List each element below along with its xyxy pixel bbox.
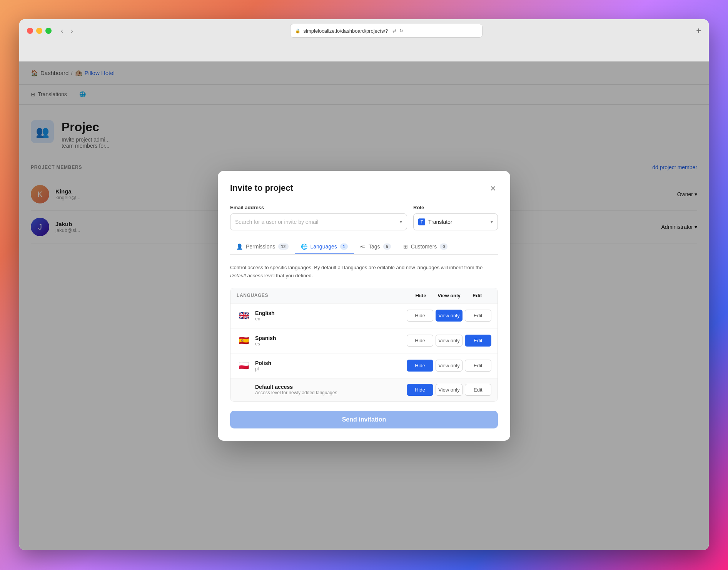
form-row: Email address Search for a user or invit… xyxy=(230,205,498,230)
info-text-suffix: level that you defined. xyxy=(264,273,313,278)
hide-btn-polish[interactable]: Hide xyxy=(407,360,433,372)
view-btn-english[interactable]: View only xyxy=(436,310,462,322)
modal-tabs: 👤 Permissions 12 🌐 Languages 1 🏷 Tags 5 xyxy=(230,240,498,255)
email-select[interactable]: Search for a user or invite by email ▾ xyxy=(230,213,407,230)
email-label: Email address xyxy=(230,205,407,210)
default-access-actions: Hide View only Edit xyxy=(407,384,491,396)
hide-btn-default[interactable]: Hide xyxy=(407,384,433,396)
tab-tags-badge: 5 xyxy=(383,243,391,250)
browser-titlebar: ‹ › 🔒 simplelocalize.io/dashboard/projec… xyxy=(19,19,709,42)
refresh-icon: ↻ xyxy=(399,28,403,33)
browser-window: ‹ › 🔒 simplelocalize.io/dashboard/projec… xyxy=(19,19,709,550)
lang-info-english: English en xyxy=(255,310,407,322)
close-modal-button[interactable]: ✕ xyxy=(488,183,498,194)
traffic-lights xyxy=(27,28,52,34)
modal-overlay: Invite to project ✕ Email address Search… xyxy=(19,62,709,550)
email-placeholder: Search for a user or invite by email xyxy=(235,219,318,225)
lang-name-english: English xyxy=(255,310,407,316)
edit-col-header: Edit xyxy=(463,293,491,298)
back-button[interactable]: ‹ xyxy=(58,25,66,37)
lang-name-spanish: Spanish xyxy=(255,335,407,341)
edit-btn-spanish[interactable]: Edit xyxy=(465,335,491,347)
close-traffic-light[interactable] xyxy=(27,28,33,34)
translate-icon: ⇄ xyxy=(392,28,396,33)
lang-code-spanish: es xyxy=(255,341,407,347)
edit-btn-default[interactable]: Edit xyxy=(465,384,491,396)
lang-code-english: en xyxy=(255,316,407,322)
info-text: Control access to specific languages. By… xyxy=(230,264,498,280)
tab-customers-label: Customers xyxy=(411,243,437,250)
lock-icon: 🔒 xyxy=(295,28,301,33)
tab-permissions[interactable]: 👤 Permissions 12 xyxy=(230,240,295,254)
tab-tags[interactable]: 🏷 Tags 5 xyxy=(354,240,397,254)
language-row-polish: 🇵🇱 Polish pl Hide View only Edit xyxy=(230,353,498,378)
hide-btn-spanish[interactable]: Hide xyxy=(407,335,433,347)
lang-code-polish: pl xyxy=(255,366,407,372)
view-btn-polish[interactable]: View only xyxy=(436,360,462,372)
lang-name-polish: Polish xyxy=(255,360,407,366)
tab-customers-badge: 0 xyxy=(440,243,447,250)
view-btn-spanish[interactable]: View only xyxy=(436,335,462,347)
browser-content: 🏠 Dashboard / 🏨 Pillow Hotel ⊞ Translati… xyxy=(19,62,709,550)
tab-permissions-badge: 12 xyxy=(278,243,288,250)
hide-btn-english[interactable]: Hide xyxy=(407,310,433,322)
email-form-group: Email address Search for a user or invit… xyxy=(230,205,407,230)
info-text-main: Control access to specific languages. By… xyxy=(230,265,483,270)
address-bar[interactable]: 🔒 simplelocalize.io/dashboard/projects/?… xyxy=(290,24,483,38)
customers-icon: ⊞ xyxy=(403,243,408,250)
tab-languages[interactable]: 🌐 Languages 1 xyxy=(295,240,354,254)
info-text-italic: Default access xyxy=(230,273,263,278)
nav-buttons: ‹ › xyxy=(58,25,76,37)
invite-modal: Invite to project ✕ Email address Search… xyxy=(218,171,510,441)
default-access-name: Default access xyxy=(255,384,407,390)
minimize-traffic-light[interactable] xyxy=(36,28,42,34)
tab-languages-badge: 1 xyxy=(340,243,348,250)
translator-icon: T xyxy=(418,218,425,225)
language-row-english: 🇬🇧 English en Hide View only Edit xyxy=(230,303,498,328)
forward-button[interactable]: › xyxy=(68,25,76,37)
lang-info-spanish: Spanish es xyxy=(255,335,407,347)
lang-actions-polish: Hide View only Edit xyxy=(407,360,491,372)
languages-tab-icon: 🌐 xyxy=(301,243,307,250)
address-text: simplelocalize.io/dashboard/projects/? xyxy=(304,28,388,34)
modal-header: Invite to project ✕ xyxy=(230,183,498,194)
browser-chrome: ‹ › 🔒 simplelocalize.io/dashboard/projec… xyxy=(19,19,709,62)
languages-table: LANGUAGES Hide View only Edit 🇬🇧 English… xyxy=(230,288,498,402)
hide-col-header: Hide xyxy=(407,293,435,298)
role-value: T Translator xyxy=(418,218,452,225)
tags-icon: 🏷 xyxy=(360,243,366,250)
actions-col-header: Hide View only Edit xyxy=(407,293,491,298)
tab-customers[interactable]: ⊞ Customers 0 xyxy=(397,240,454,254)
edit-btn-english[interactable]: Edit xyxy=(465,310,491,322)
tab-permissions-label: Permissions xyxy=(246,243,275,250)
lang-actions-english: Hide View only Edit xyxy=(407,310,491,322)
lang-actions-spanish: Hide View only Edit xyxy=(407,335,491,347)
permissions-icon: 👤 xyxy=(236,243,243,250)
default-access-row: Default access Access level for newly ad… xyxy=(230,378,498,401)
role-select[interactable]: T Translator ▾ xyxy=(413,213,498,230)
send-invitation-button[interactable]: Send invitation xyxy=(230,411,498,428)
email-chevron-icon: ▾ xyxy=(400,219,402,225)
flag-english: 🇬🇧 xyxy=(237,309,250,323)
edit-btn-polish[interactable]: Edit xyxy=(465,360,491,372)
role-form-group: Role T Translator ▾ xyxy=(413,205,498,230)
modal-title: Invite to project xyxy=(230,183,293,193)
default-access-info: Default access Access level for newly ad… xyxy=(255,384,407,395)
default-access-desc: Access level for newly added languages xyxy=(255,390,407,395)
view-btn-default[interactable]: View only xyxy=(436,384,462,396)
table-header: LANGUAGES Hide View only Edit xyxy=(230,288,498,303)
role-text: Translator xyxy=(428,219,452,225)
flag-spanish: 🇪🇸 xyxy=(237,334,250,348)
add-tab-button[interactable]: + xyxy=(696,26,701,36)
language-row-spanish: 🇪🇸 Spanish es Hide View only Edit xyxy=(230,328,498,353)
lang-info-polish: Polish pl xyxy=(255,360,407,372)
tab-tags-label: Tags xyxy=(369,243,380,250)
tab-languages-label: Languages xyxy=(311,243,337,250)
role-label: Role xyxy=(413,205,498,210)
maximize-traffic-light[interactable] xyxy=(45,28,52,34)
languages-col-header: LANGUAGES xyxy=(237,293,407,298)
view-col-header: View only xyxy=(435,293,463,298)
role-chevron-icon: ▾ xyxy=(491,219,493,225)
flag-polish: 🇵🇱 xyxy=(237,359,250,373)
